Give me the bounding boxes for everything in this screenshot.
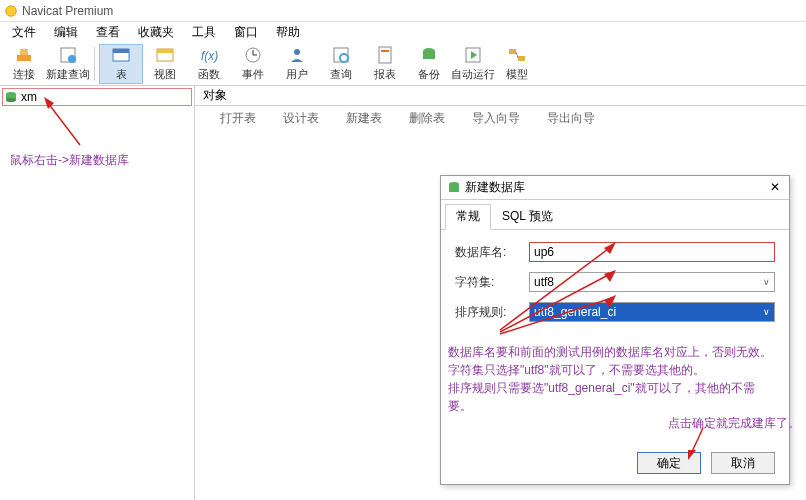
svg-rect-6 <box>113 49 129 53</box>
tool-function[interactable]: f(x)函数 <box>187 44 231 84</box>
svg-point-27 <box>6 98 16 102</box>
tool-model[interactable]: 模型 <box>495 44 539 84</box>
object-toolbar: 打开表 设计表 新建表 删除表 导入向导 导出向导 <box>195 106 806 130</box>
menu-help[interactable]: 帮助 <box>268 22 308 43</box>
btn-design-table[interactable]: 设计表 <box>268 110 319 127</box>
svg-rect-16 <box>379 47 391 63</box>
import-icon <box>457 112 469 124</box>
btn-export[interactable]: 导出向导 <box>532 110 595 127</box>
svg-rect-22 <box>509 49 516 54</box>
menu-file[interactable]: 文件 <box>4 22 44 43</box>
design-icon <box>268 112 280 124</box>
toolbar: 连接 新建查询 表 视图 f(x)函数 事件 用户 查询 报表 备份 自动运行 … <box>0 42 806 86</box>
select-collation[interactable]: utf8_general_ci∨ <box>529 302 775 322</box>
tool-view[interactable]: 视图 <box>143 44 187 84</box>
delete-icon <box>394 112 406 124</box>
btn-import[interactable]: 导入向导 <box>457 110 520 127</box>
svg-line-24 <box>516 52 518 58</box>
tool-backup[interactable]: 备份 <box>407 44 451 84</box>
svg-rect-17 <box>381 50 389 52</box>
svg-text:f(x): f(x) <box>201 49 218 63</box>
chevron-down-icon: ∨ <box>763 277 770 287</box>
new-database-dialog: 新建数据库 ✕ 常规 SQL 预览 数据库名: 字符集: utf8∨ 排序规则:… <box>440 175 790 485</box>
tab-objects[interactable]: 对象 <box>203 87 227 104</box>
connection-item[interactable]: xm <box>2 88 192 106</box>
chevron-down-icon: ∨ <box>763 307 770 317</box>
mysql-icon <box>5 91 17 103</box>
dialog-cancel-button[interactable]: 取消 <box>711 452 775 474</box>
content-tabbar: 对象 <box>195 86 806 106</box>
new-icon <box>331 112 343 124</box>
svg-rect-1 <box>17 55 31 61</box>
separator <box>94 47 95 81</box>
tool-report[interactable]: 报表 <box>363 44 407 84</box>
svg-rect-2 <box>20 49 28 55</box>
tool-user[interactable]: 用户 <box>275 44 319 84</box>
input-dbname[interactable] <box>529 242 775 262</box>
label-charset: 字符集: <box>455 274 529 291</box>
tool-connect[interactable]: 连接 <box>2 44 46 84</box>
svg-point-0 <box>6 5 17 16</box>
menu-window[interactable]: 窗口 <box>226 22 266 43</box>
open-icon <box>205 112 217 124</box>
label-collation: 排序规则: <box>455 304 529 321</box>
dialog-tab-sql[interactable]: SQL 预览 <box>491 204 564 229</box>
database-icon <box>447 181 461 195</box>
dialog-tab-general[interactable]: 常规 <box>445 204 491 230</box>
sidebar: xm <box>0 86 195 500</box>
dialog-close-button[interactable]: ✕ <box>767 180 783 196</box>
svg-rect-19 <box>423 51 435 59</box>
btn-new-table[interactable]: 新建表 <box>331 110 382 127</box>
btn-delete-table[interactable]: 删除表 <box>394 110 445 127</box>
tool-query[interactable]: 查询 <box>319 44 363 84</box>
svg-point-13 <box>294 49 300 55</box>
svg-rect-8 <box>157 49 173 53</box>
svg-point-4 <box>68 55 76 63</box>
titlebar: Navicat Premium <box>0 0 806 22</box>
menubar: 文件 编辑 查看 收藏夹 工具 窗口 帮助 <box>0 22 806 42</box>
svg-rect-23 <box>518 56 525 61</box>
menu-view[interactable]: 查看 <box>88 22 128 43</box>
dialog-ok-button[interactable]: 确定 <box>637 452 701 474</box>
select-charset[interactable]: utf8∨ <box>529 272 775 292</box>
export-icon <box>532 112 544 124</box>
dialog-title: 新建数据库 <box>465 179 525 196</box>
tool-event[interactable]: 事件 <box>231 44 275 84</box>
app-logo-icon <box>4 4 18 18</box>
connection-name: xm <box>21 90 37 104</box>
app-title: Navicat Premium <box>22 4 113 18</box>
svg-rect-31 <box>449 184 459 192</box>
tool-autorun[interactable]: 自动运行 <box>451 44 495 84</box>
tool-table[interactable]: 表 <box>99 44 143 84</box>
btn-open-table[interactable]: 打开表 <box>205 110 256 127</box>
menu-edit[interactable]: 编辑 <box>46 22 86 43</box>
label-dbname: 数据库名: <box>455 244 529 261</box>
menu-tools[interactable]: 工具 <box>184 22 224 43</box>
tool-newquery[interactable]: 新建查询 <box>46 44 90 84</box>
menu-favorites[interactable]: 收藏夹 <box>130 22 182 43</box>
